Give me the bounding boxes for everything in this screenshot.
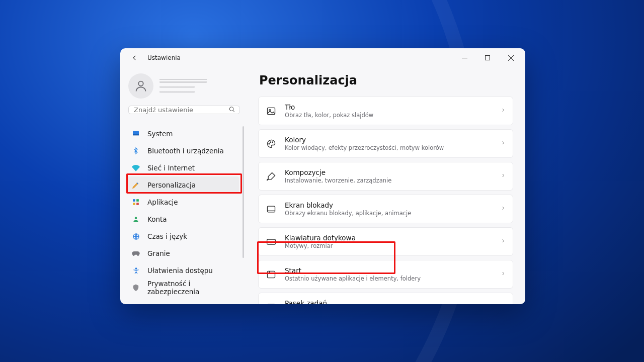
chevron-right-icon [501,302,506,304]
svg-point-1 [138,81,143,86]
svg-rect-4 [133,134,139,135]
sidebar-item-label: Czas i język [147,232,187,240]
svg-rect-6 [136,199,139,202]
account-name-redacted [159,79,207,93]
svg-rect-8 [136,203,139,205]
shield-icon [131,283,140,292]
sidebar-item-system[interactable]: System [126,125,239,142]
svg-point-9 [135,217,137,219]
globe-clock-icon [131,232,140,241]
card-colors[interactable]: Kolory Kolor wiodący, efekty przezroczys… [258,129,513,158]
card-start[interactable]: Start Ostatnio używane aplikacje i eleme… [258,260,513,289]
svg-rect-19 [268,271,275,278]
chevron-right-icon [501,106,506,116]
sidebar-item-label: Sieć i Internet [147,164,195,172]
sidebar-item-accessibility[interactable]: Ułatwienia dostępu [126,262,239,279]
card-title: Tło [285,103,373,111]
sidebar-item-label: Personalizacja [147,181,196,189]
card-title: Pasek zadań [285,299,452,304]
search-input[interactable] [134,106,222,114]
card-background[interactable]: Tło Obraz tła, kolor, pokaz slajdów [258,97,513,125]
display-icon [131,129,140,138]
svg-point-14 [269,143,270,144]
card-taskbar[interactable]: Pasek zadań Zachowania paska zadań, przy… [258,293,513,304]
card-title: Klawiatura dotykowa [285,234,356,242]
close-button[interactable] [499,50,522,66]
keyboard-icon [266,236,277,247]
sidebar-item-label: Granie [147,249,170,257]
svg-rect-12 [268,108,275,114]
card-themes[interactable]: Kompozycje Instalowanie, tworzenie, zarz… [258,162,513,191]
sidebar-item-gaming[interactable]: Granie [126,245,239,262]
page-title: Personalizacja [259,73,513,87]
gamepad-icon [131,249,140,258]
sidebar-item-network[interactable]: Sieć i Internet [126,159,239,176]
back-button[interactable] [127,50,142,65]
chevron-right-icon [501,171,506,181]
card-title: Ekran blokady [285,201,411,209]
paint-icon [131,180,140,190]
card-title: Start [285,266,421,275]
content-area: Personalizacja Tło Obraz tła, kolor, pok… [246,67,525,304]
start-icon [266,269,277,280]
sidebar-item-accounts[interactable]: Konta [126,211,239,228]
window-title: Ustawienia [147,54,181,61]
avatar [128,73,153,99]
svg-point-16 [272,141,273,142]
taskbar-icon [266,302,277,305]
svg-point-11 [135,267,137,269]
search-box[interactable] [128,106,240,114]
person-icon [131,215,140,224]
lockscreen-icon [266,204,277,215]
svg-rect-5 [133,199,135,202]
card-subtitle: Instalowanie, tworzenie, zarządzanie [285,177,391,184]
chevron-right-icon [501,237,506,246]
sidebar-item-label: Prywatność i zabezpieczenia [147,280,234,296]
apps-icon [131,198,140,207]
card-title: Kolory [285,136,444,144]
settings-window: Ustawienia [120,48,525,304]
sidebar-item-label: Ułatwienia dostępu [147,266,213,275]
brush-icon [266,171,277,182]
sidebar-item-label: Bluetooth i urządzenia [147,147,224,155]
sidebar-item-label: System [147,130,173,138]
svg-rect-18 [267,239,276,244]
svg-point-2 [229,107,233,111]
minimize-button[interactable] [453,50,476,66]
sidebar: System Bluetooth i urządzenia Sieć i Int… [120,67,246,304]
chevron-right-icon [501,269,506,279]
sidebar-item-time[interactable]: Czas i język [126,228,239,245]
maximize-button[interactable] [476,50,499,66]
account-header[interactable] [126,71,242,106]
svg-point-15 [270,141,271,142]
sidebar-item-bluetooth[interactable]: Bluetooth i urządzenia [126,142,239,159]
svg-rect-17 [268,206,275,212]
card-lockscreen[interactable]: Ekran blokady Obrazy ekranu blokady, apl… [258,195,513,223]
wifi-icon [131,163,140,172]
nav-list: System Bluetooth i urządzenia Sieć i Int… [126,125,242,296]
card-subtitle: Kolor wiodący, efekty przezroczystości, … [285,144,444,151]
search-icon [228,105,235,115]
card-title: Kompozycje [285,168,391,176]
card-touchkeyboard[interactable]: Klawiatura dotykowa Motywy, rozmiar [258,227,513,256]
sidebar-item-personalization[interactable]: Personalizacja [126,176,239,194]
svg-rect-7 [133,203,135,205]
chevron-right-icon [501,139,506,148]
scrollbar[interactable] [243,126,244,258]
image-icon [266,106,277,117]
titlebar: Ustawienia [120,48,525,67]
card-subtitle: Obrazy ekranu blokady, aplikacje, animac… [285,210,411,217]
bluetooth-icon [131,146,140,155]
card-subtitle: Obraz tła, kolor, pokaz slajdów [285,112,373,119]
sidebar-item-label: Konta [147,215,167,223]
sidebar-item-apps[interactable]: Aplikacje [126,194,239,211]
sidebar-item-label: Aplikacje [147,198,178,206]
card-subtitle: Ostatnio używane aplikacje i elementy, f… [285,275,421,282]
sidebar-item-privacy[interactable]: Prywatność i zabezpieczenia [126,279,239,296]
card-subtitle: Motywy, rozmiar [285,242,356,249]
settings-card-list: Tło Obraz tła, kolor, pokaz slajdów Kolo… [258,97,513,304]
chevron-right-icon [501,204,506,214]
svg-rect-0 [486,56,490,60]
palette-icon [266,138,277,149]
accessibility-icon [131,266,140,275]
